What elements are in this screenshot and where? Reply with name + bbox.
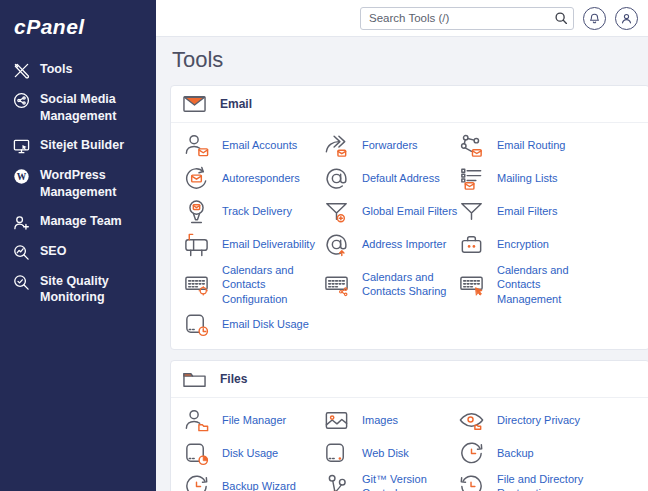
tool-link-label: Calendars and Contacts Configuration (222, 263, 323, 306)
section-card-email: EmailEmail AccountsForwardersEmail Routi… (170, 85, 648, 350)
section-title: Files (220, 372, 247, 386)
tool-link-label: Web Disk (362, 446, 409, 460)
email-filters-icon (458, 198, 485, 225)
tool-link-label: Global Email Filters (362, 204, 457, 218)
wordpress-icon: W (13, 168, 30, 185)
tool-link-backup-wizard[interactable]: Backup Wizard (183, 470, 323, 491)
sidebar-item-label: Manage Team (40, 213, 122, 230)
search-icon (554, 11, 568, 25)
tool-link-label: Email Routing (497, 138, 565, 152)
backup-wizard-icon (183, 473, 210, 491)
tool-link-disk-usage[interactable]: Disk Usage (183, 437, 323, 470)
tool-link-label: File and Directory Restoration (497, 472, 607, 491)
tool-link-label: Disk Usage (222, 446, 278, 460)
cpanel-logo: cPanel (0, 0, 156, 55)
sidebar-nav: ToolsSocial Media ManagementSitejet Buil… (0, 55, 156, 312)
backup-icon (458, 440, 485, 467)
tool-link-label: Track Delivery (222, 204, 292, 218)
section-card-files: FilesFile ManagerImagesDirectory Privacy… (170, 360, 648, 491)
file-and-directory-restoration-icon (458, 473, 485, 491)
notifications-button[interactable] (583, 7, 606, 30)
disk-usage-icon (183, 440, 210, 467)
topbar (156, 0, 648, 37)
tool-link-label: Default Address (362, 171, 440, 185)
svg-text:W: W (17, 171, 27, 181)
page-title: Tools (172, 47, 648, 73)
site-quality-monitoring-icon (13, 274, 30, 291)
social-media-icon (13, 92, 30, 109)
tool-link-label: Backup (497, 446, 534, 460)
tool-link-mailing-lists[interactable]: Mailing Lists (458, 162, 637, 195)
tool-link-label: Email Disk Usage (222, 317, 309, 331)
tool-link-git-version-control[interactable]: Git™ Version Control (323, 470, 458, 491)
tool-link-calendars-and-contacts-configuration[interactable]: Calendars and Contacts Configuration (183, 261, 323, 308)
tool-link-file-manager[interactable]: File Manager (183, 404, 323, 437)
tool-link-directory-privacy[interactable]: Directory Privacy (458, 404, 637, 437)
sidebar-item-label: Tools (40, 61, 72, 78)
search-input[interactable] (360, 7, 574, 30)
tool-link-calendars-and-contacts-sharing[interactable]: Calendars and Contacts Sharing (323, 261, 458, 308)
encryption-icon (458, 231, 485, 258)
tool-link-email-disk-usage[interactable]: Email Disk Usage (183, 308, 323, 341)
tool-link-email-accounts[interactable]: Email Accounts (183, 129, 323, 162)
mailing-lists-icon (458, 165, 485, 192)
directory-privacy-icon (458, 407, 485, 434)
tool-link-label: Autoresponders (222, 171, 300, 185)
email-disk-usage-icon (183, 311, 210, 338)
sidebar-item-manage-team[interactable]: Manage Team (0, 207, 156, 237)
section-grid: Email AccountsForwardersEmail RoutingAut… (171, 123, 648, 349)
tool-link-web-disk[interactable]: Web Disk (323, 437, 458, 470)
tool-link-label: Forwarders (362, 138, 418, 152)
file-manager-icon (183, 407, 210, 434)
tool-link-email-deliverability[interactable]: Email Deliverability (183, 228, 323, 261)
sidebar-item-label: Social Media Management (40, 91, 146, 125)
tool-link-file-and-directory-restoration[interactable]: File and Directory Restoration (458, 470, 637, 491)
bell-icon (588, 12, 601, 25)
tool-link-global-email-filters[interactable]: Global Email Filters (323, 195, 458, 228)
tool-link-label: Mailing Lists (497, 171, 558, 185)
calendars-contacts-configuration-icon (183, 271, 210, 298)
tool-link-email-filters[interactable]: Email Filters (458, 195, 637, 228)
git-version-control-icon (323, 473, 350, 491)
email-section-icon (183, 95, 206, 113)
manage-team-icon (13, 214, 30, 231)
section-header-email: Email (171, 86, 648, 123)
email-routing-icon (458, 132, 485, 159)
sitejet-builder-icon (13, 138, 30, 155)
address-importer-icon (323, 231, 350, 258)
tool-link-encryption[interactable]: Encryption (458, 228, 637, 261)
seo-icon (13, 244, 30, 261)
sidebar-item-seo[interactable]: SEO (0, 237, 156, 267)
user-account-button[interactable] (615, 7, 638, 30)
tool-link-default-address[interactable]: Default Address (323, 162, 458, 195)
sidebar-item-social-media-management[interactable]: Social Media Management (0, 85, 156, 131)
tool-link-track-delivery[interactable]: Track Delivery (183, 195, 323, 228)
forwarders-icon (323, 132, 350, 159)
tool-link-label: Email Accounts (222, 138, 297, 152)
tool-link-autoresponders[interactable]: Autoresponders (183, 162, 323, 195)
tool-link-label: Calendars and Contacts Sharing (362, 270, 458, 299)
main-content: Tools EmailEmail AccountsForwardersEmail… (156, 37, 648, 491)
sidebar-item-sitejet-builder[interactable]: Sitejet Builder (0, 131, 156, 161)
tool-sections: EmailEmail AccountsForwardersEmail Routi… (170, 85, 648, 491)
sidebar-item-site-quality-monitoring[interactable]: Site Quality Monitoring (0, 267, 156, 313)
tool-link-label: Git™ Version Control (362, 472, 458, 491)
tool-link-email-routing[interactable]: Email Routing (458, 129, 637, 162)
tool-link-forwarders[interactable]: Forwarders (323, 129, 458, 162)
sidebar-item-label: Site Quality Monitoring (40, 273, 146, 307)
section-title: Email (220, 97, 252, 111)
section-grid: File ManagerImagesDirectory PrivacyDisk … (171, 398, 648, 491)
email-accounts-icon (183, 132, 210, 159)
tool-link-backup[interactable]: Backup (458, 437, 637, 470)
user-icon (620, 12, 633, 25)
tool-link-label: Backup Wizard (222, 479, 296, 491)
sidebar-item-wordpress-management[interactable]: WWordPress Management (0, 161, 156, 207)
sidebar-item-label: WordPress Management (40, 167, 146, 201)
tool-link-address-importer[interactable]: Address Importer (323, 228, 458, 261)
sidebar-item-tools[interactable]: Tools (0, 55, 156, 85)
tool-link-label: Email Filters (497, 204, 558, 218)
calendars-contacts-sharing-icon (323, 271, 350, 298)
tool-link-images[interactable]: Images (323, 404, 458, 437)
tool-link-calendars-and-contacts-management[interactable]: Calendars and Contacts Management (458, 261, 637, 308)
track-delivery-icon (183, 198, 210, 225)
